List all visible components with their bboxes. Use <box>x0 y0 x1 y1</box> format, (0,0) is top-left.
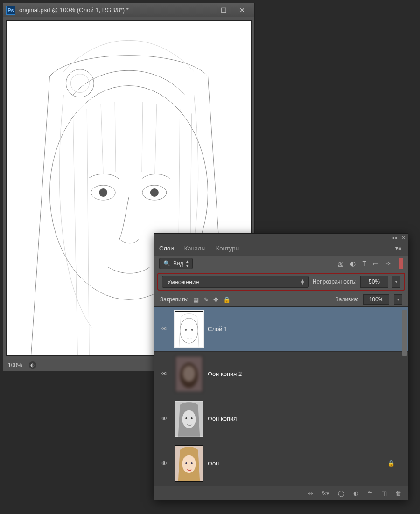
new-layer-icon[interactable]: ◫ <box>381 490 387 497</box>
lock-fill-row: Закрепить: ▩ ✎ ✥ 🔒 Заливка: 100% ▾ <box>154 292 408 306</box>
document-title: original.psd @ 100% (Слой 1, RGB/8*) * <box>19 7 196 14</box>
panel-collapse-icon[interactable]: ◂◂ <box>392 235 397 240</box>
layer-name[interactable]: Фон копия <box>208 415 237 422</box>
layer-row[interactable]: 👁 Фон копия <box>154 396 408 441</box>
scrollbar[interactable] <box>402 310 407 356</box>
layer-thumb[interactable] <box>175 356 203 392</box>
link-layers-icon[interactable]: ⇔ <box>308 490 313 497</box>
opacity-input[interactable]: 50% <box>360 276 388 288</box>
panel-topbar: ◂◂ ✕ <box>154 234 408 241</box>
zoom-level[interactable]: 100% <box>8 362 22 368</box>
visibility-toggle[interactable]: 👁 <box>158 415 170 422</box>
status-info-icon[interactable]: ◐ <box>29 361 36 369</box>
fill-dropdown-button[interactable]: ▾ <box>394 294 402 305</box>
maximize-button[interactable]: ☐ <box>214 5 233 16</box>
layer-row[interactable]: 👁 Фон копия 2 <box>154 352 408 396</box>
layer-fx-icon[interactable]: fx▾ <box>322 490 329 497</box>
visibility-toggle[interactable]: 👁 <box>158 460 170 467</box>
filter-type-icon[interactable]: T <box>362 260 366 267</box>
filter-label: Вид <box>173 260 183 267</box>
tab-channels[interactable]: Каналы <box>184 245 206 252</box>
lock-paint-icon[interactable]: ✎ <box>203 296 209 303</box>
layer-row[interactable]: 👁 Фон 🔒 <box>154 441 408 486</box>
layers-list: 👁 Слой 1 👁 Фон копия 2 👁 Фон копия 👁 <box>154 306 408 486</box>
opacity-dropdown-button[interactable]: ▾ <box>392 276 400 288</box>
svg-point-1 <box>66 69 94 97</box>
filter-shape-icon[interactable]: ▭ <box>373 260 379 267</box>
lock-position-icon[interactable]: ✥ <box>213 296 218 303</box>
tab-paths[interactable]: Контуры <box>216 245 240 252</box>
svg-point-7 <box>180 318 198 343</box>
layer-name[interactable]: Фон <box>208 460 219 467</box>
ps-logo-icon: Ps <box>6 6 15 15</box>
layer-thumb[interactable] <box>175 445 203 482</box>
new-group-icon[interactable]: 🗀 <box>367 490 373 497</box>
visibility-toggle[interactable]: 👁 <box>158 370 170 377</box>
layer-name[interactable]: Слой 1 <box>208 326 227 333</box>
blend-mode-dropdown[interactable]: Умножение ▴▾ <box>162 276 309 288</box>
svg-point-20 <box>191 462 193 464</box>
svg-point-8 <box>185 329 187 331</box>
svg-point-16 <box>191 417 193 419</box>
svg-point-9 <box>191 329 193 331</box>
opacity-value: 50% <box>369 278 380 285</box>
delete-layer-icon[interactable]: 🗑 <box>395 490 401 497</box>
filter-type-icons: ▧ ◐ T ▭ ✧ <box>337 260 391 267</box>
svg-point-5 <box>99 188 107 197</box>
lock-label: Закрепить: <box>160 296 189 303</box>
window-buttons: — ☐ ✕ <box>196 5 252 16</box>
layer-thumb[interactable] <box>175 311 203 347</box>
blend-mode-value: Умножение <box>167 278 199 285</box>
chevron-updown-icon: ▴▾ <box>186 259 189 268</box>
filter-smart-icon[interactable]: ✧ <box>385 260 391 267</box>
svg-point-12 <box>182 365 195 382</box>
fill-label: Заливка: <box>335 296 358 303</box>
lock-icon: 🔒 <box>387 460 395 467</box>
layer-filter-dropdown[interactable]: 🔍 Вид ▴▾ <box>159 258 193 269</box>
layer-row[interactable]: 👁 Слой 1 <box>154 307 408 352</box>
visibility-toggle[interactable]: 👁 <box>158 326 170 333</box>
lock-all-icon[interactable]: 🔒 <box>223 296 231 303</box>
panel-tabs: Слои Каналы Контуры ▾≡ <box>154 241 408 255</box>
add-mask-icon[interactable]: ◯ <box>338 490 345 497</box>
svg-point-15 <box>185 417 187 419</box>
panel-close-icon[interactable]: ✕ <box>401 235 405 240</box>
layer-name[interactable]: Фон копия 2 <box>208 370 242 377</box>
filter-toggle[interactable] <box>399 258 403 269</box>
layer-thumb[interactable] <box>175 401 203 437</box>
fill-value: 100% <box>369 296 384 303</box>
lock-transparency-icon[interactable]: ▩ <box>193 296 199 303</box>
close-button[interactable]: ✕ <box>233 5 252 16</box>
filter-adjust-icon[interactable]: ◐ <box>350 260 356 267</box>
chevron-updown-icon: ▴▾ <box>301 279 304 285</box>
panel-menu-icon[interactable]: ▾≡ <box>393 244 403 252</box>
adjustment-layer-icon[interactable]: ◐ <box>353 490 358 497</box>
search-icon: 🔍 <box>163 260 170 267</box>
opacity-label: Непрозрачность: <box>313 278 357 285</box>
tab-layers[interactable]: Слои <box>159 245 174 252</box>
panel-footer: ⇔ fx▾ ◯ ◐ 🗀 ◫ 🗑 <box>154 486 408 500</box>
document-titlebar[interactable]: Ps original.psd @ 100% (Слой 1, RGB/8*) … <box>3 3 254 17</box>
svg-point-6 <box>150 188 159 197</box>
minimize-button[interactable]: — <box>196 5 214 16</box>
panel-toolbar: 🔍 Вид ▴▾ ▧ ◐ T ▭ ✧ <box>154 255 408 271</box>
svg-point-2 <box>70 74 89 93</box>
blend-opacity-row: Умножение ▴▾ Непрозрачность: 50% ▾ <box>157 273 405 291</box>
svg-point-19 <box>185 462 187 464</box>
fill-input[interactable]: 100% <box>363 294 389 305</box>
layers-panel: ◂◂ ✕ Слои Каналы Контуры ▾≡ 🔍 Вид ▴▾ ▧ ◐… <box>154 233 408 500</box>
filter-pixel-icon[interactable]: ▧ <box>337 260 343 267</box>
